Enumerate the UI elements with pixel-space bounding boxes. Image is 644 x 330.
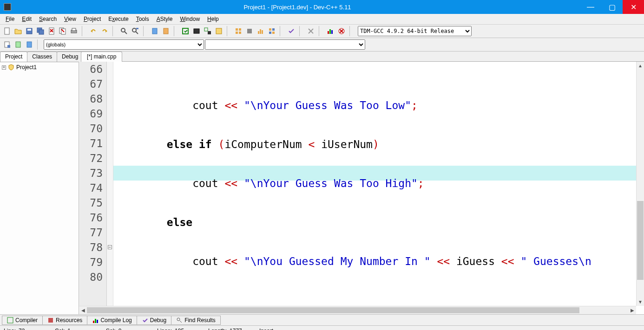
member-selector[interactable] [205, 39, 365, 50]
bottom-tab-debug[interactable]: Debug [137, 316, 171, 325]
svg-rect-23 [208, 31, 211, 34]
status-lines: Lines:105 [157, 328, 194, 330]
menu-execute[interactable]: Execute [105, 15, 132, 23]
svg-rect-41 [331, 30, 333, 34]
run-icon[interactable] [191, 26, 202, 36]
svg-rect-49 [93, 321, 94, 323]
side-panel: Project Classes Debug + Project1 [0, 52, 79, 314]
menu-file[interactable]: File [2, 15, 18, 23]
menu-window[interactable]: Window [176, 15, 204, 23]
menu-view[interactable]: View [60, 15, 80, 23]
menu-help[interactable]: Help [204, 15, 223, 23]
svg-rect-27 [236, 32, 238, 34]
toolbar-main: TDM-GCC 4.9.2 64-bit Release [0, 25, 644, 38]
print-icon[interactable] [69, 26, 79, 36]
open-icon[interactable] [13, 26, 23, 36]
close-button[interactable]: ✕ [623, 0, 644, 14]
debug-check-icon[interactable] [286, 26, 296, 36]
svg-rect-21 [194, 29, 199, 33]
scroll-right-icon[interactable]: ▶ [628, 306, 636, 314]
new-file-icon[interactable] [2, 26, 12, 36]
maximize-button[interactable]: ▢ [601, 0, 623, 14]
scroll-left-icon[interactable]: ◀ [79, 306, 87, 314]
hscroll-thumb[interactable] [87, 307, 579, 313]
toggle-icon[interactable] [13, 39, 23, 50]
svg-rect-24 [216, 28, 222, 34]
menu-astyle[interactable]: AStyle [153, 15, 177, 23]
horizontal-scrollbar[interactable]: ◀▶ [79, 306, 636, 314]
goto-icon[interactable] [24, 39, 34, 50]
compile-run-icon[interactable] [203, 26, 213, 36]
editor-panel: [*] main.cpp 666768697071727374757677787… [79, 52, 644, 314]
file-tab-main[interactable]: [*] main.cpp [81, 52, 122, 62]
menu-search[interactable]: Search [35, 15, 60, 23]
debug-stop-icon[interactable] [306, 26, 316, 36]
bottom-tab-compile-log[interactable]: Compile Log [87, 316, 137, 325]
close-file-icon[interactable] [46, 26, 57, 36]
find-icon[interactable] [119, 26, 129, 36]
menu-edit[interactable]: Edit [18, 15, 35, 23]
svg-point-52 [177, 318, 180, 321]
code-content[interactable]: cout << "\nYour Guess Was Too Low"; else… [113, 62, 644, 314]
menu-project[interactable]: Project [80, 15, 105, 23]
scroll-up-icon[interactable]: ▲ [637, 62, 644, 70]
svg-rect-51 [97, 320, 98, 323]
svg-rect-48 [48, 318, 53, 323]
tree-root[interactable]: + Project1 [2, 64, 77, 71]
window-title: Project1 - [Project1.dev] - Dev-C++ 5.11 [15, 4, 580, 11]
bottom-tabs: Compiler Resources Compile Log Debug Fin… [0, 314, 644, 325]
scope-selector[interactable]: (globals) [44, 39, 204, 50]
vertical-scrollbar[interactable]: ▲▼ [636, 62, 644, 306]
rebuild-icon[interactable] [214, 26, 224, 36]
code-editor[interactable]: 666768697071727374757677787980 − cout <<… [79, 62, 644, 314]
goto-bookmark-icon[interactable] [161, 26, 171, 36]
svg-rect-33 [269, 28, 271, 31]
gutter: 666768697071727374757677787980 [79, 62, 107, 314]
side-tab-debug[interactable]: Debug [57, 52, 83, 62]
chart-icon[interactable] [325, 26, 335, 36]
save-icon[interactable] [24, 26, 34, 36]
project-tree[interactable]: + Project1 [0, 62, 79, 314]
scroll-down-icon[interactable]: ▼ [637, 298, 644, 306]
statusbar: Line:73 Col:1 Sel:0 Lines:105 Length:177… [0, 325, 644, 330]
side-tab-classes[interactable]: Classes [27, 52, 57, 62]
bottom-tab-find-results[interactable]: Find Results [171, 316, 221, 325]
svg-rect-19 [164, 28, 168, 34]
side-tab-project[interactable]: Project [0, 52, 27, 62]
bottom-tab-resources[interactable]: Resources [42, 316, 87, 325]
titlebar: Project1 - [Project1.dev] - Dev-C++ 5.11… [0, 0, 644, 14]
svg-rect-34 [272, 28, 275, 31]
compiler-icon [7, 317, 13, 324]
status-line: Line:73 [4, 328, 41, 330]
stop-debug-icon[interactable] [244, 26, 255, 36]
svg-rect-30 [258, 31, 259, 34]
expand-icon[interactable]: + [2, 65, 6, 70]
toggle-bookmark-icon[interactable] [150, 26, 160, 36]
compiler-selector[interactable]: TDM-GCC 4.9.2 64-bit Release [358, 26, 472, 36]
compile-icon[interactable] [180, 26, 191, 36]
svg-rect-47 [7, 317, 13, 323]
svg-line-53 [180, 321, 182, 323]
svg-rect-18 [152, 28, 157, 34]
close-all-icon[interactable] [58, 26, 68, 36]
profile-icon[interactable] [256, 26, 266, 36]
find-results-icon [176, 317, 183, 324]
minimize-button[interactable]: — [580, 0, 601, 14]
profile-analysis-icon[interactable] [267, 26, 277, 36]
save-all-icon[interactable] [35, 26, 46, 36]
redo-icon[interactable] [99, 26, 110, 36]
bottom-tab-compiler[interactable]: Compiler [2, 316, 43, 325]
debug-icon[interactable] [233, 26, 243, 36]
svg-rect-29 [247, 29, 252, 33]
app-icon [4, 3, 11, 11]
svg-rect-44 [7, 45, 10, 48]
menu-tools[interactable]: Tools [132, 15, 153, 23]
svg-rect-50 [95, 319, 96, 323]
svg-line-16 [136, 32, 138, 34]
insert-icon[interactable] [2, 39, 12, 50]
replace-icon[interactable] [130, 26, 140, 36]
undo-icon[interactable] [88, 26, 99, 36]
clean-icon[interactable] [336, 26, 347, 36]
scroll-thumb[interactable] [637, 201, 644, 280]
project-name: Project1 [16, 64, 37, 71]
